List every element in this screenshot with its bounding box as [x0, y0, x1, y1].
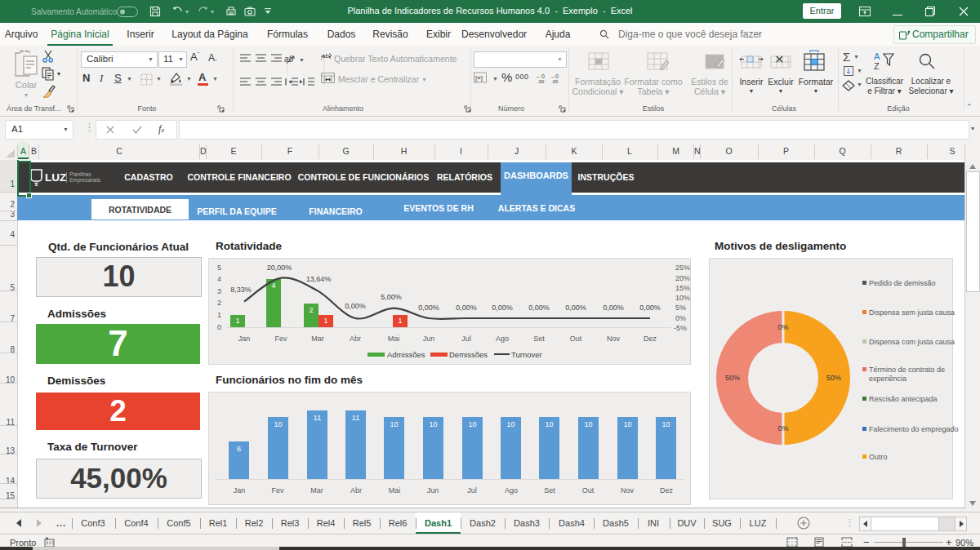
- svg-text:→0: →0: [550, 73, 559, 79]
- svg-text:A: A: [874, 51, 880, 61]
- svg-text:←0: ←0: [536, 73, 545, 79]
- svg-text:.00: .00: [551, 79, 559, 84]
- svg-text:.00: .00: [537, 79, 545, 84]
- svg-text:[¤]: [¤]: [475, 74, 483, 82]
- svg-text:Z: Z: [874, 61, 880, 71]
